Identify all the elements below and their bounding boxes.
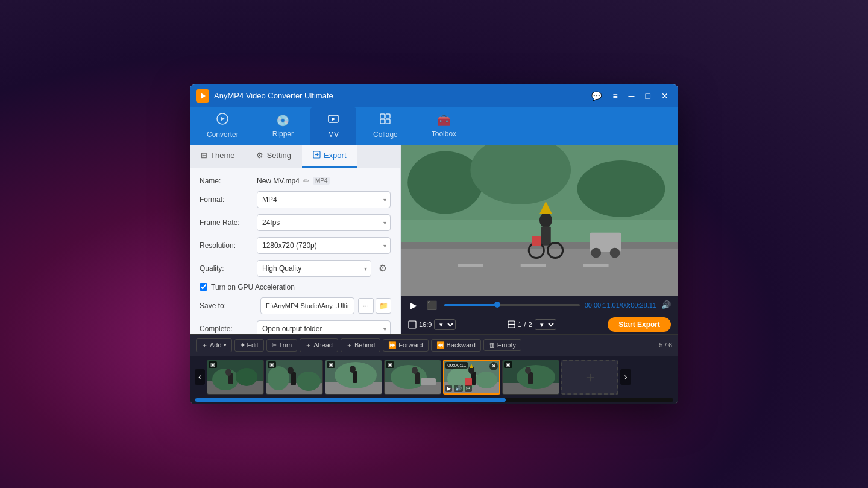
behind-button[interactable]: ＋ Behind xyxy=(341,338,380,352)
save-path-input[interactable] xyxy=(260,297,354,314)
clip-item[interactable]: ▣ xyxy=(502,360,559,395)
tabs-bar: ⊞ Theme ⚙ Setting Export xyxy=(190,145,400,168)
complete-select[interactable]: Open output folderDo nothing xyxy=(257,320,391,334)
name-row: Name: New MV.mp4 ✏ MP4 xyxy=(200,177,391,185)
nav-mv-label: MV xyxy=(328,130,339,139)
clip-placeholder[interactable]: ＋ xyxy=(561,360,618,395)
nav-mv[interactable]: MV xyxy=(310,107,356,145)
nav-ripper[interactable]: 💿 Ripper xyxy=(256,107,310,145)
page-total: 2 xyxy=(528,321,532,328)
complete-row: Complete: Open output folderDo nothing ▾ xyxy=(200,320,391,334)
maximize-button[interactable]: □ xyxy=(642,90,654,102)
add-button[interactable]: ＋ Add ▾ xyxy=(196,338,232,352)
svg-rect-44 xyxy=(291,372,296,385)
progress-thumb xyxy=(494,302,500,308)
svg-rect-49 xyxy=(353,371,357,383)
nav-converter-label: Converter xyxy=(207,130,239,139)
setting-tab-label: Setting xyxy=(266,151,291,160)
tab-theme[interactable]: ⊞ Theme xyxy=(190,145,245,168)
clips-next-button[interactable]: › xyxy=(620,369,631,385)
edit-name-icon[interactable]: ✏ xyxy=(303,177,309,185)
clip-play-icon: ▶ xyxy=(445,385,452,392)
clip-item[interactable]: ▣ xyxy=(266,360,323,395)
name-control: New MV.mp4 ✏ MP4 xyxy=(257,177,391,185)
nav-collage[interactable]: Collage xyxy=(356,107,415,145)
progress-bar[interactable] xyxy=(444,304,580,306)
svg-rect-21 xyxy=(583,264,609,266)
trim-label: Trim xyxy=(279,341,292,349)
clip-item[interactable]: ▣ xyxy=(207,360,264,395)
clip-badge: ▣ xyxy=(504,361,512,368)
nav-toolbox[interactable]: 🧰 Toolbox xyxy=(415,107,473,145)
close-button[interactable]: ✕ xyxy=(658,90,672,102)
timeline-area: ＋ Add ▾ ✦ Edit ✂ Trim ＋ Ahead ＋ Behind ⏩ xyxy=(190,334,678,404)
clip-scissors-icon: ✂ xyxy=(465,385,472,392)
trim-button[interactable]: ✂ Trim xyxy=(266,339,298,352)
nav-converter[interactable]: Converter xyxy=(190,107,256,145)
quality-select[interactable]: High QualityMedium Quality xyxy=(257,260,371,277)
clip-type-icon: ▣ xyxy=(506,362,511,367)
app-title: AnyMP4 Video Converter Ultimate xyxy=(214,91,588,100)
behind-icon: ＋ xyxy=(346,341,353,350)
volume-button[interactable]: 🔊 xyxy=(661,300,671,309)
save-path-browse-button[interactable]: 📁 xyxy=(376,298,391,314)
settings-area: Name: New MV.mp4 ✏ MP4 Format: MP4MOVAVI xyxy=(190,168,400,334)
clip-type-icon: ▣ xyxy=(269,362,274,367)
forward-button[interactable]: ⏩ Forward xyxy=(383,339,428,352)
gpu-checkbox[interactable] xyxy=(200,283,207,291)
format-select[interactable]: MP4MOVAVI xyxy=(257,191,391,208)
quality-label: Quality: xyxy=(200,264,257,273)
name-type-icon: MP4 xyxy=(313,177,330,185)
nav-ripper-label: Ripper xyxy=(272,130,294,138)
frame-rate-select[interactable]: 24fps25fps30fps xyxy=(257,214,391,231)
svg-rect-9 xyxy=(386,119,390,124)
clip-item[interactable]: ▣ xyxy=(384,360,441,395)
svg-point-29 xyxy=(591,247,601,258)
ratio-dropdown[interactable]: ▾ xyxy=(434,319,456,330)
clip-type-icon: ▣ xyxy=(329,362,333,367)
resolution-select[interactable]: 1280x720 (720p)1920x1080 (1080p) xyxy=(257,237,391,254)
edit-button[interactable]: ✦ Edit xyxy=(234,339,264,352)
clip-close-button[interactable]: ✕ xyxy=(489,362,498,370)
tab-export[interactable]: Export xyxy=(302,145,357,168)
chat-icon[interactable]: 💬 xyxy=(588,90,605,102)
save-to-label: Save to: xyxy=(200,302,257,310)
tab-setting[interactable]: ⚙ Setting xyxy=(245,145,301,168)
timeline-toolbar: ＋ Add ▾ ✦ Edit ✂ Trim ＋ Ahead ＋ Behind ⏩ xyxy=(190,334,678,356)
backward-label: Backward xyxy=(447,341,476,349)
clip-duration: 00:00:11 xyxy=(445,362,468,369)
svg-point-43 xyxy=(297,372,321,391)
app-window: AnyMP4 Video Converter Ultimate 💬 ≡ ─ □ … xyxy=(190,84,678,404)
svg-point-45 xyxy=(288,367,294,374)
timeline-scrollbar[interactable] xyxy=(195,398,673,402)
backward-icon: ⏪ xyxy=(436,341,445,349)
export-tab-icon xyxy=(313,151,321,160)
start-export-right-button[interactable]: Start Export xyxy=(608,317,671,332)
menu-icon[interactable]: ≡ xyxy=(609,90,621,102)
svg-rect-6 xyxy=(380,114,385,118)
empty-button[interactable]: 🗑 Empty xyxy=(483,339,521,351)
quality-select-wrapper: High QualityMedium Quality ▾ xyxy=(257,260,371,277)
clip-item-active[interactable]: 00:00:11 ▶ 🔊 ✂ ✕ xyxy=(443,360,500,395)
time-display: 00:00:11.01/00:00:28.11 xyxy=(585,302,656,309)
quality-gear-button[interactable]: ⚙ xyxy=(375,261,391,276)
stop-button[interactable]: ⬛ xyxy=(424,299,439,311)
quality-control: High QualityMedium Quality ▾ ⚙ xyxy=(257,260,391,277)
svg-point-55 xyxy=(412,367,418,374)
clip-item[interactable]: ▣ xyxy=(325,360,382,395)
save-path-more-button[interactable]: ··· xyxy=(358,298,374,314)
play-button[interactable]: ▶ xyxy=(408,299,420,311)
svg-rect-23 xyxy=(541,226,551,245)
svg-point-37 xyxy=(236,368,257,386)
clip-badge: ▣ xyxy=(268,361,276,368)
total-time: 00:00:28.11 xyxy=(621,302,656,309)
page-dropdown[interactable]: ▾ xyxy=(535,319,556,330)
svg-rect-27 xyxy=(532,236,541,246)
aspect-ratio-icon xyxy=(408,320,417,329)
ahead-button[interactable]: ＋ Ahead xyxy=(300,338,338,352)
clips-prev-button[interactable]: ‹ xyxy=(195,369,205,385)
theme-tab-label: Theme xyxy=(210,151,234,160)
backward-button[interactable]: ⏪ Backward xyxy=(431,339,481,352)
svg-point-69 xyxy=(525,367,531,374)
minimize-button[interactable]: ─ xyxy=(625,90,638,102)
